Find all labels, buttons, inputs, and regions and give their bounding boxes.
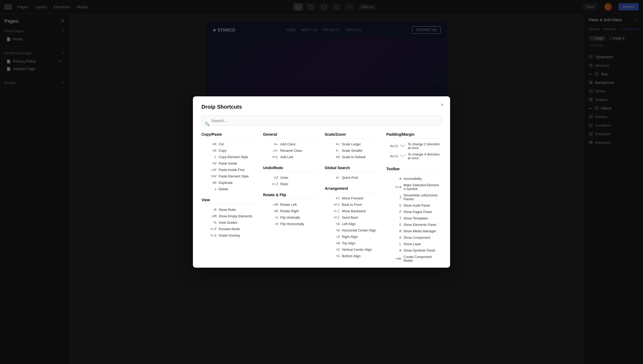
shortcuts-columns: Copy/Paste ⌘X Cut ⌘X Copy C Copy Element… bbox=[201, 132, 442, 269]
padding-margin-title: Padding/Margin bbox=[386, 132, 442, 138]
shortcut-back-to-front: ⌘⌥] Back to Front bbox=[325, 202, 380, 208]
shortcut-create-component: ⌥⌘K Create Component Modal bbox=[386, 254, 442, 264]
shortcut-scale-default: ⌘0 Scale to Default bbox=[325, 154, 380, 160]
shortcut-paste-element-style: ⌥⌘V Paste Element Style bbox=[201, 173, 257, 180]
shortcut-rename-class: ⇧⌘⇔ Rename Class bbox=[263, 147, 318, 154]
shortcut-4dir: Hold "⇧" To change 4 direction at once bbox=[386, 151, 442, 161]
shortcut-duplicate: ⌘D Duplicate bbox=[201, 180, 257, 186]
padding-margin-section: Padding/Margin Hold "⌥" To change 2 dire… bbox=[386, 132, 442, 161]
shortcut-accessibility: A Accessibility bbox=[386, 176, 442, 182]
shortcut-show-component: D Show Component bbox=[386, 234, 442, 241]
shortcut-cut: ⌘X Cut bbox=[201, 141, 257, 147]
col-2: General ⌘⇔ Add Class ⇧⌘⇔ Rename Class ⌘⌥… bbox=[263, 132, 318, 269]
scale-zoom-section: Scale/Zoom ⌘+ Scale Larger ⌘- Scale Smal… bbox=[325, 132, 380, 160]
shortcut-show-pages: P Show Pages Panel bbox=[386, 209, 442, 215]
global-search-section: Global Search ⌘/ Quick Find bbox=[325, 166, 380, 181]
shortcut-paste-inside: ⌘V Paste Inside bbox=[201, 160, 257, 167]
arrangement-section: Arrangement ⌘] Move Forward ⌘⌥] Back to … bbox=[325, 186, 380, 259]
shortcut-copy-style: C Copy Element Style bbox=[201, 154, 257, 160]
shortcut-scale-smaller: ⌘- Scale Smaller bbox=[325, 147, 380, 154]
view-section: View ⇧R Show Ruler ⇧⌘M Show Empty Elemen… bbox=[201, 198, 257, 239]
col-3: Scale/Zoom ⌘+ Scale Larger ⌘- Scale Smal… bbox=[325, 132, 380, 269]
search-icon: 🔍 bbox=[205, 122, 210, 126]
shortcut-move-backward: ⌘⇧[ Move Backward bbox=[325, 208, 380, 214]
shortcut-show-elements: E Show Elements Panel bbox=[386, 222, 442, 228]
shortcut-guide-overlay: ⌘⇧G Guide Overlay bbox=[201, 232, 257, 239]
shortcut-delete: x Delete bbox=[201, 186, 257, 192]
general-title: General bbox=[263, 132, 318, 138]
shortcut-quick-find: ⌘/ Quick Find bbox=[325, 175, 380, 181]
shortcut-flip-h: ⇧H Flip Horizontally bbox=[263, 221, 318, 227]
search-wrapper: 🔍 bbox=[201, 115, 442, 132]
toolbar-title: Toolbar bbox=[386, 167, 442, 173]
col-1: Copy/Paste ⌘X Cut ⌘X Copy C Copy Element… bbox=[201, 132, 257, 269]
shortcut-show-templates: T Show Templates bbox=[386, 215, 442, 222]
shortcuts-modal: Droip Shortcuts × 🔍 Copy/Paste ⌘X Cut ⌘X… bbox=[193, 96, 450, 268]
general-section: General ⌘⇔ Add Class ⇧⌘⇔ Rename Class ⌘⌥… bbox=[263, 132, 318, 160]
shortcut-view-guides: ^G View Guides bbox=[201, 219, 257, 226]
copy-paste-title: Copy/Paste bbox=[201, 132, 257, 138]
shortcut-show-hide-panels: Z Show/Hide Left(Active) Panels bbox=[386, 192, 442, 202]
shortcut-flip-v: ⇧V Flip Vertically bbox=[263, 214, 318, 221]
modal-title: Droip Shortcuts bbox=[201, 104, 442, 110]
shortcut-paste-inside-first: ⇧⌘V Paste Inside First bbox=[201, 167, 257, 173]
shortcut-redo: ⌘⇧Z Redo bbox=[263, 181, 318, 187]
shortcut-top-align: ⌥W Top Align bbox=[325, 240, 380, 247]
shortcut-show-ruler: ⇧R Show Ruler bbox=[201, 207, 257, 213]
shortcut-copy: ⌘X Copy bbox=[201, 147, 257, 154]
shortcut-rotate-left: ⇧⌘R Rotate Left bbox=[263, 202, 318, 208]
shortcut-rotate-right: ⌘R Rotate Right bbox=[263, 208, 318, 214]
shortcut-bottom-align: ⌥S Bottom Align bbox=[325, 253, 380, 259]
shortcut-add-link: ⌘⌥L Add Link bbox=[263, 154, 318, 160]
shortcut-show-layer: L Show Layer bbox=[386, 241, 442, 247]
shortcut-send-back: ⌘⌥[ Send Back bbox=[325, 214, 380, 221]
view-title: View bbox=[201, 198, 257, 204]
copy-paste-section: Copy/Paste ⌘X Cut ⌘X Copy C Copy Element… bbox=[201, 132, 257, 192]
shortcut-vert-center: ⌥V Vertical Center Align bbox=[325, 247, 380, 253]
undo-redo-section: Undo/Redo ⌘Z Undo ⌘⇧Z Redo bbox=[263, 166, 318, 187]
global-search-title: Global Search bbox=[325, 166, 380, 172]
shortcut-show-empty: ⇧⌘M Show Empty Elements bbox=[201, 213, 257, 219]
shortcut-preview-mode: ⌘⇧P Preview Mode bbox=[201, 226, 257, 232]
shortcut-undo: ⌘Z Undo bbox=[263, 175, 318, 181]
shortcut-horiz-center: ⌥H Horizontal Center Align bbox=[325, 227, 380, 234]
modal-overlay[interactable]: Droip Shortcuts × 🔍 Copy/Paste ⌘X Cut ⌘X… bbox=[0, 0, 643, 364]
shortcut-scale-larger: ⌘+ Scale Larger bbox=[325, 141, 380, 147]
modal-close-button[interactable]: × bbox=[440, 102, 444, 108]
arrangement-title: Arrangement bbox=[325, 186, 380, 192]
search-input[interactable] bbox=[201, 115, 442, 126]
shortcut-move-forward: ⌘] Move Forward bbox=[325, 195, 380, 202]
shortcut-right-align: ⇧D Right Align bbox=[325, 234, 380, 240]
shortcut-add-class: ⌘⇔ Add Class bbox=[263, 141, 318, 147]
shortcut-left-align: ⌥A Left Align bbox=[325, 221, 380, 227]
shortcut-show-audit: U Show Audit Panel bbox=[386, 202, 442, 209]
shortcut-make-symbol: ⌘⇧A Make Selected Element a Symbol bbox=[386, 182, 442, 192]
shortcut-2dir: Hold "⌥" To change 2 direction at once bbox=[386, 141, 442, 151]
scale-zoom-title: Scale/Zoom bbox=[325, 132, 380, 138]
shortcut-show-media: M Show Media Manager bbox=[386, 228, 442, 234]
col-4: Padding/Margin Hold "⌥" To change 2 dire… bbox=[386, 132, 442, 269]
toolbar-section: Toolbar A Accessibility ⌘⇧A Make Selecte… bbox=[386, 167, 442, 264]
shortcut-show-symbols: B Show Symbols Panel bbox=[386, 247, 442, 254]
rotate-flip-section: Rotate & Flip ⇧⌘R Rotate Left ⌘R Rotate … bbox=[263, 193, 318, 227]
undo-redo-title: Undo/Redo bbox=[263, 166, 318, 172]
rotate-flip-title: Rotate & Flip bbox=[263, 193, 318, 199]
